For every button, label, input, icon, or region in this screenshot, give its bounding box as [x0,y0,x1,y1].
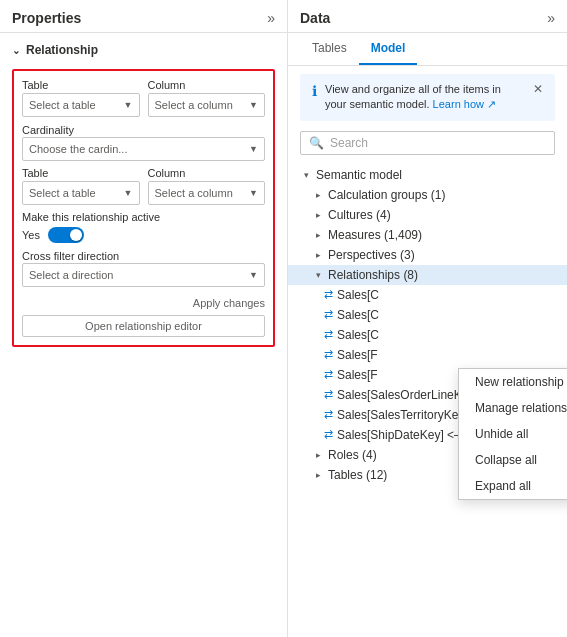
calc-groups-label: Calculation groups (1) [328,188,445,202]
info-bar: ℹ View and organize all of the items in … [300,74,555,121]
table2-chevron-icon: ▼ [124,188,133,198]
toggle-thumb [70,229,82,241]
semantic-model-chevron-icon: ▾ [300,170,312,180]
cultures-label: Cultures (4) [328,208,391,222]
tree-item-calculation-groups[interactable]: ▸ Calculation groups (1) [288,185,567,205]
right-panel: Data » Tables Model ℹ View and organize … [288,0,567,637]
tree-semantic-model[interactable]: ▾ Semantic model [288,165,567,185]
table2-label: Table [22,167,140,179]
rel-icon-7: ⇄ [324,408,333,421]
tree-item-cultures[interactable]: ▸ Cultures (4) [288,205,567,225]
cardinality-group: Cardinality Choose the cardin... ▼ [22,123,265,161]
expand-icon[interactable]: » [267,10,275,26]
tabs-row: Tables Model [288,33,567,66]
column2-group: Column Select a column ▼ [148,167,266,205]
rel-4-label: Sales[F [337,348,378,362]
cross-filter-chevron-icon: ▼ [249,270,258,280]
context-menu-new-relationship[interactable]: New relationship [459,369,567,395]
rel-1-label: Sales[C [337,288,379,302]
cultures-chevron-icon: ▸ [312,210,324,220]
properties-title: Properties [12,10,81,26]
close-info-icon[interactable]: ✕ [533,82,543,96]
tree-item-rel-4[interactable]: ⇄ Sales[F [288,345,567,365]
rel-icon-2: ⇄ [324,308,333,321]
info-text: View and organize all of the items in yo… [325,82,525,113]
search-box: 🔍 [300,131,555,155]
tab-model[interactable]: Model [359,33,418,65]
cross-filter-placeholder: Select a direction [29,269,113,281]
table1-label: Table [22,79,140,91]
column1-group: Column Select a column ▼ [148,79,266,117]
column2-placeholder: Select a column [155,187,233,199]
context-menu: New relationship Manage relationships Un… [458,368,567,500]
left-panel: Properties » ⌄ Relationship Table Select… [0,0,288,637]
tree-item-rel-2[interactable]: ⇄ Sales[C [288,305,567,325]
column1-label: Column [148,79,266,91]
table-column-row-2: Table Select a table ▼ Column Select a c… [22,167,265,205]
rel-icon-6: ⇄ [324,388,333,401]
column1-placeholder: Select a column [155,99,233,111]
yes-label: Yes [22,229,40,241]
table2-dropdown[interactable]: Select a table ▼ [22,181,140,205]
context-menu-collapse-all[interactable]: Collapse all [459,447,567,473]
rel-icon-4: ⇄ [324,348,333,361]
data-header: Data » [288,0,567,33]
relationships-label: Relationships (8) [328,268,418,282]
roles-chevron-icon: ▸ [312,450,324,460]
table2-placeholder: Select a table [29,187,96,199]
apply-changes-button[interactable]: Apply changes [193,295,265,311]
properties-header: Properties » [0,0,287,33]
cardinality-chevron-icon: ▼ [249,144,258,154]
actions-row: Apply changes Open relationship editor [22,295,265,337]
section-chevron-icon: ⌄ [12,45,20,56]
context-menu-expand-all[interactable]: Expand all [459,473,567,499]
table2-group: Table Select a table ▼ [22,167,140,205]
active-toggle[interactable] [48,227,84,243]
rel-icon-5: ⇄ [324,368,333,381]
relationship-section-title: ⌄ Relationship [0,33,287,63]
measures-chevron-icon: ▸ [312,230,324,240]
active-label: Make this relationship active [22,211,265,223]
table1-placeholder: Select a table [29,99,96,111]
tree-item-rel-3[interactable]: ⇄ Sales[C [288,325,567,345]
open-relationship-editor-button[interactable]: Open relationship editor [22,315,265,337]
learn-how-link[interactable]: Learn how ↗ [433,98,496,110]
search-icon: 🔍 [309,136,324,150]
table1-dropdown[interactable]: Select a table ▼ [22,93,140,117]
tab-tables[interactable]: Tables [300,33,359,65]
column1-dropdown[interactable]: Select a column ▼ [148,93,266,117]
relationship-box: Table Select a table ▼ Column Select a c… [12,69,275,347]
search-input[interactable] [330,136,546,150]
relationships-chevron-icon: ▾ [312,270,324,280]
tree-item-relationships[interactable]: ▾ Relationships (8) [288,265,567,285]
active-section: Make this relationship active Yes [22,211,265,243]
context-menu-unhide-all[interactable]: Unhide all [459,421,567,447]
cardinality-dropdown[interactable]: Choose the cardin... ▼ [22,137,265,161]
info-icon: ℹ [312,83,317,99]
cross-filter-label: Cross filter direction [22,250,119,262]
perspectives-chevron-icon: ▸ [312,250,324,260]
data-title: Data [300,10,330,26]
table1-group: Table Select a table ▼ [22,79,140,117]
tree-item-measures[interactable]: ▸ Measures (1,409) [288,225,567,245]
measures-label: Measures (1,409) [328,228,422,242]
cardinality-label: Cardinality [22,124,74,136]
tables-label: Tables (12) [328,468,387,482]
rel-5-label: Sales[F [337,368,378,382]
toggle-row: Yes [22,227,265,243]
column2-chevron-icon: ▼ [249,188,258,198]
table-column-row-1: Table Select a table ▼ Column Select a c… [22,79,265,117]
context-menu-manage-relationships[interactable]: Manage relationships [459,395,567,421]
rel-3-label: Sales[C [337,328,379,342]
cross-filter-dropdown[interactable]: Select a direction ▼ [22,263,265,287]
tables-chevron-icon: ▸ [312,470,324,480]
column1-chevron-icon: ▼ [249,100,258,110]
perspectives-label: Perspectives (3) [328,248,415,262]
semantic-model-label: Semantic model [316,168,402,182]
data-expand-icon[interactable]: » [547,10,555,26]
column2-dropdown[interactable]: Select a column ▼ [148,181,266,205]
rel-icon-3: ⇄ [324,328,333,341]
tree-item-perspectives[interactable]: ▸ Perspectives (3) [288,245,567,265]
rel-icon-1: ⇄ [324,288,333,301]
tree-item-rel-1[interactable]: ⇄ Sales[C [288,285,567,305]
